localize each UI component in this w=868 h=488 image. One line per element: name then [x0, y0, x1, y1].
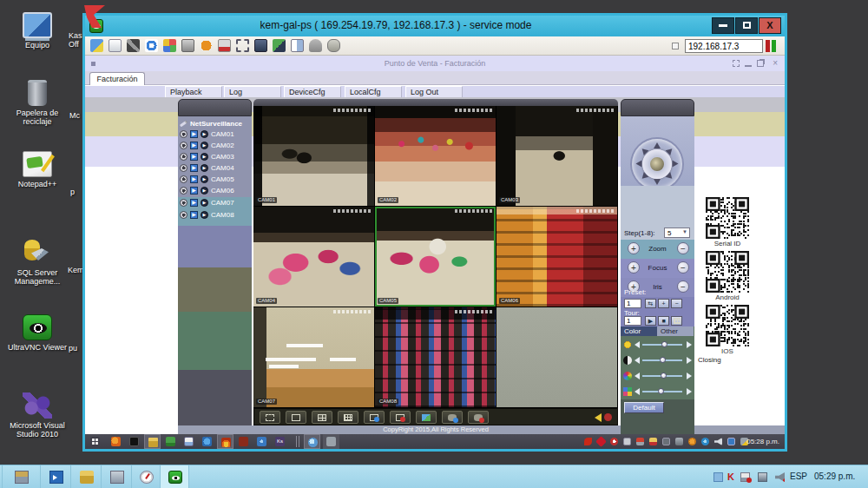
speaker-icon[interactable] [595, 413, 602, 422]
record-icon[interactable] [180, 164, 187, 172]
preset-input[interactable] [624, 299, 641, 308]
camera-name[interactable]: CAM03 [211, 153, 234, 161]
preset-add-button[interactable]: + [658, 299, 669, 308]
tab-other[interactable]: Other [657, 326, 694, 336]
play-main-icon[interactable]: ▶ [190, 211, 198, 219]
desktop-icon-notepadpp[interactable]: Notepad++ [3, 151, 71, 188]
play-main-icon[interactable]: ▶ [190, 153, 198, 161]
camera-name[interactable]: CAM01 [211, 130, 234, 138]
slider-left-arrow[interactable] [635, 373, 640, 379]
language-indicator[interactable]: ESP [790, 472, 807, 481]
camera-name[interactable]: CAM05 [211, 175, 234, 183]
desktop-icon-ultravnc[interactable]: UltraVNC Viewer [3, 314, 71, 352]
play-all-button[interactable] [364, 411, 385, 424]
menu-log[interactable]: Log [224, 86, 281, 98]
server-address-input[interactable] [685, 39, 763, 53]
host-tray-speaker-muted-icon[interactable] [775, 472, 785, 482]
video-cell-cam03[interactable]: CAM03 [496, 106, 617, 206]
slider-left-arrow[interactable] [635, 341, 640, 348]
record-icon[interactable] [180, 130, 187, 138]
taskbar-cell[interactable] [323, 434, 339, 449]
disconnect-icon[interactable] [127, 39, 140, 52]
camera-panel-titlebar[interactable] [178, 99, 252, 116]
focus-out-button[interactable]: − [677, 261, 689, 274]
close-button[interactable]: X [759, 17, 781, 34]
video-cell-cam07[interactable]: CAM07 [253, 307, 374, 407]
file-transfer-icon[interactable] [108, 39, 122, 52]
alert-icon[interactable] [200, 39, 213, 52]
refresh-screen-icon[interactable] [273, 39, 286, 52]
step-dropdown-icon[interactable]: ▼ [682, 229, 687, 234]
camera-row[interactable]: ▶▶CAM01 [180, 129, 250, 140]
menu-devicecfg[interactable]: DeviceCfg [284, 86, 341, 98]
record-icon[interactable] [180, 187, 187, 195]
video-cell-cam08[interactable]: CAM08 [375, 307, 496, 407]
host-server-manager-button[interactable] [3, 465, 41, 488]
tour-input[interactable] [624, 316, 641, 326]
tray-blue-icon[interactable] [701, 438, 709, 445]
hue-slider[interactable] [642, 391, 682, 392]
tray-diamond-icon[interactable] [595, 436, 607, 447]
taskbar-cell-active[interactable] [144, 434, 161, 449]
connect-icon[interactable] [90, 39, 103, 52]
quad-view-button[interactable] [312, 411, 332, 424]
tab-facturacion[interactable]: Facturación [89, 72, 145, 85]
record-icon[interactable] [180, 211, 187, 219]
slider-knob[interactable] [661, 373, 667, 379]
clipboard-icon[interactable] [291, 39, 304, 52]
desktop-icon-visual-studio[interactable]: Microsoft Visual Studio 2010 [3, 392, 71, 439]
host-file-explorer-button[interactable] [71, 465, 102, 488]
ptz-down-arrow[interactable] [654, 179, 661, 185]
ks-app-icon[interactable]: Ks [275, 437, 285, 446]
stop-all-button[interactable] [390, 411, 411, 424]
slider-knob[interactable] [661, 341, 667, 347]
video-cell-cam06[interactable]: CAM06 [496, 207, 617, 307]
tray-speaker-icon[interactable] [714, 438, 722, 445]
contrast-slider[interactable] [642, 359, 682, 361]
file-explorer-icon[interactable] [148, 438, 158, 447]
messenger-icon[interactable] [202, 437, 212, 446]
video-cell-cam05-selected[interactable]: CAM05 [375, 207, 496, 307]
camera-row[interactable]: ▶▶CAM02 [180, 140, 250, 151]
record-stop-button[interactable] [468, 411, 489, 424]
tour-stop-button[interactable]: ■ [658, 316, 669, 326]
camera-name[interactable]: CAM08 [211, 211, 234, 219]
preset-goto-button[interactable]: ⇆ [645, 299, 656, 308]
tray-display-icon[interactable] [727, 438, 735, 445]
remote-clock[interactable]: 05:28 p.m. [746, 438, 779, 445]
record-icon[interactable] [180, 153, 187, 161]
slider-right-arrow[interactable] [687, 373, 692, 379]
preset-remove-button[interactable]: − [671, 299, 682, 308]
slider-right-arrow[interactable] [687, 341, 692, 348]
play-main-icon[interactable]: ▶ [190, 175, 198, 183]
camera-name[interactable]: CAM07 [211, 199, 234, 207]
gray-app-icon[interactable] [326, 437, 336, 446]
play-sub-icon[interactable]: ▶ [201, 164, 208, 172]
ptz-right-arrow[interactable] [673, 161, 679, 168]
nine-view-button[interactable] [338, 411, 358, 424]
tab-color[interactable]: Color [621, 326, 657, 336]
mute-icon[interactable] [604, 413, 612, 421]
ptz-up-arrow[interactable] [654, 142, 661, 148]
camera-row[interactable]: ▶▶CAM04 [180, 162, 250, 174]
slider-right-arrow[interactable] [687, 357, 692, 364]
host-powershell-button[interactable] [41, 465, 71, 488]
camera-name[interactable]: CAM06 [211, 187, 234, 195]
camera-row[interactable]: ▶▶CAM08 [180, 209, 250, 221]
host-rdp-button[interactable] [102, 465, 132, 488]
play-sub-icon[interactable]: ▶ [201, 175, 208, 183]
toolbox-icon[interactable] [218, 39, 231, 52]
record-play-button[interactable] [442, 411, 463, 424]
tray-updown-arrows-icon[interactable] [636, 438, 644, 445]
tour-list-button[interactable] [671, 316, 682, 326]
tray-monitor-icon[interactable] [662, 438, 670, 445]
play-main-icon[interactable]: ▶ [190, 130, 198, 138]
options-icon[interactable] [327, 39, 340, 52]
slider-left-arrow[interactable] [635, 357, 640, 364]
zoom-out-button[interactable]: − [677, 242, 689, 254]
app-close-icon[interactable]: × [773, 58, 778, 68]
taskbar-cell-active[interactable] [217, 434, 233, 449]
video-cell-cam02[interactable]: CAM02 [375, 106, 496, 206]
menu-logout[interactable]: Log Out [405, 86, 463, 98]
host-tray-flag-alert-icon[interactable] [740, 472, 750, 482]
